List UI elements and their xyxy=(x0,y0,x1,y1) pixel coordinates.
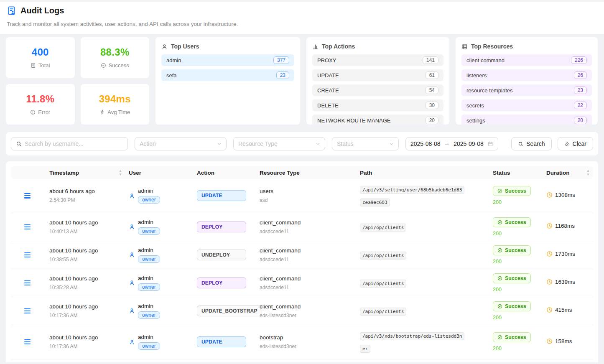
status-badge: Success xyxy=(493,245,531,255)
top-resource-item: listeners 26 xyxy=(461,69,592,81)
top-user-item: admin 377 xyxy=(161,54,294,66)
user-icon xyxy=(129,280,135,286)
top-action-name: CREATE xyxy=(317,87,339,94)
check-circle-icon xyxy=(497,248,502,253)
check-circle-icon xyxy=(101,63,106,68)
timestamp-time: 10:38:55 AM xyxy=(49,257,122,262)
search-input[interactable] xyxy=(25,140,123,147)
timestamp-column-label: Timestamp xyxy=(49,170,79,176)
page-header: Audit Logs Track and monitor all system … xyxy=(0,2,604,34)
top-action-item: DELETE 30 xyxy=(312,99,443,111)
duration-column-header[interactable]: Duration ▲▼ xyxy=(543,166,593,179)
duration-value: 1730ms xyxy=(555,251,575,257)
top-actions-panel: Top Actions PROXY 141 UPDATE 61 CREATE 5… xyxy=(306,37,449,125)
expand-row-button[interactable] xyxy=(23,279,32,288)
top-action-name: DELETE xyxy=(317,102,339,109)
overview-section: 400 Total 88.3% xyxy=(6,37,598,125)
api-path: /api/op/clients xyxy=(360,308,406,316)
exclamation-circle-icon xyxy=(30,109,36,115)
expand-row-button[interactable] xyxy=(23,307,32,316)
username: admin xyxy=(138,219,160,225)
top-users-list: admin 377 sefa 23 xyxy=(161,54,294,81)
top-action-count-badge: 61 xyxy=(426,71,438,79)
top-user-count-badge: 23 xyxy=(276,71,289,79)
expand-row-button[interactable] xyxy=(23,223,32,232)
total-label: Total xyxy=(38,62,50,69)
database-icon xyxy=(461,43,468,50)
user-icon xyxy=(129,224,135,230)
audit-icon xyxy=(31,63,36,68)
clock-icon xyxy=(546,307,553,313)
expand-row-button[interactable] xyxy=(23,338,32,346)
thunderbolt-icon xyxy=(99,109,105,115)
role-badge: owner xyxy=(138,255,160,263)
audit-log-table: Timestamp ▲▼ User Action Resource Type P… xyxy=(11,166,593,362)
status-code: 200 xyxy=(493,231,540,237)
page-subtitle: Track and monitor all system activities,… xyxy=(7,21,597,27)
status-badge: Success xyxy=(493,301,531,311)
top-user-item: sefa 23 xyxy=(161,69,294,81)
sorter-icon[interactable]: ▲▼ xyxy=(119,169,122,176)
duration-value: 158ms xyxy=(555,338,572,344)
user-icon xyxy=(129,193,135,199)
status-label: Success xyxy=(505,219,526,225)
bar-chart-icon xyxy=(312,43,319,50)
clear-button-label: Clear xyxy=(573,140,586,147)
expand-row-button[interactable] xyxy=(23,191,32,200)
timestamp-relative: about 10 hours ago xyxy=(49,303,122,310)
duration-cell: 1308ms xyxy=(546,192,575,198)
status-select[interactable]: Status xyxy=(332,137,399,150)
status-code: 200 xyxy=(493,287,540,293)
sorter-icon[interactable]: ▲▼ xyxy=(586,169,590,176)
error-label: Error xyxy=(38,109,50,115)
top-action-item: CREATE 54 xyxy=(312,84,443,96)
timestamp-relative: about 10 hours ago xyxy=(49,275,122,282)
top-resources-title: Top Resources xyxy=(471,43,513,50)
date-range-picker[interactable]: 2025-08-08 2025-09-08 xyxy=(405,137,498,150)
top-resource-count-badge: 20 xyxy=(574,117,587,124)
duration-cell: 415ms xyxy=(546,307,572,313)
date-start[interactable]: 2025-08-08 xyxy=(410,140,441,147)
role-badge: owner xyxy=(138,283,160,291)
timestamp-relative: about 10 hours ago xyxy=(49,334,122,341)
resource-type: client_command xyxy=(260,275,353,282)
stat-card-success: 88.3% Success xyxy=(81,37,150,78)
expand-row-button[interactable] xyxy=(23,251,32,260)
search-button[interactable]: Search xyxy=(511,137,551,150)
avg-time-label: Avg Time xyxy=(107,109,130,115)
calendar-icon xyxy=(487,141,493,147)
status-code: 200 xyxy=(493,346,540,351)
top-resource-item: secrets 22 xyxy=(461,99,592,111)
top-resource-name: settings xyxy=(466,117,485,124)
top-users-panel: Top Users admin 377 sefa 23 xyxy=(155,37,300,125)
duration-cell: 1639ms xyxy=(546,279,575,285)
status-label: Success xyxy=(505,188,526,194)
status-badge: Success xyxy=(493,186,531,196)
top-resource-count-badge: 23 xyxy=(574,87,587,94)
resource-type: client_command xyxy=(260,219,353,226)
action-select[interactable]: Action xyxy=(135,137,227,150)
check-circle-icon xyxy=(497,276,502,281)
timestamp-relative: about 10 hours ago xyxy=(49,219,122,226)
top-user-name: sefa xyxy=(166,72,177,79)
date-end[interactable]: 2025-09-08 xyxy=(454,140,484,147)
top-action-item: UPDATE 61 xyxy=(312,69,443,81)
path-column-header: Path xyxy=(357,166,489,179)
resource-type-select[interactable]: Resource Type xyxy=(233,137,325,150)
resource-name: asd xyxy=(260,197,353,203)
top-resource-name: listeners xyxy=(466,72,487,79)
resource-name: eds-listesdd3ner xyxy=(260,344,353,349)
timestamp-column-header[interactable]: Timestamp ▲▼ xyxy=(46,166,125,179)
clock-icon xyxy=(546,192,553,198)
table-row: about 10 hours ago 10:17:36 AM admin xyxy=(11,325,593,359)
resource-name: adsdccede11 xyxy=(260,285,353,290)
resource-type-column-header: Resource Type xyxy=(256,166,357,179)
username-search[interactable] xyxy=(11,137,128,150)
table-row: about 10 hours ago 10:38:55 AM admin xyxy=(11,241,593,269)
clear-button[interactable]: Clear xyxy=(558,137,593,150)
top-resource-count-badge: 22 xyxy=(574,102,587,109)
table-row: about 10 hours ago 10:35:28 AM admin xyxy=(11,269,593,297)
clock-icon xyxy=(546,251,553,257)
username: admin xyxy=(138,303,160,309)
duration-cell: 158ms xyxy=(546,338,572,344)
